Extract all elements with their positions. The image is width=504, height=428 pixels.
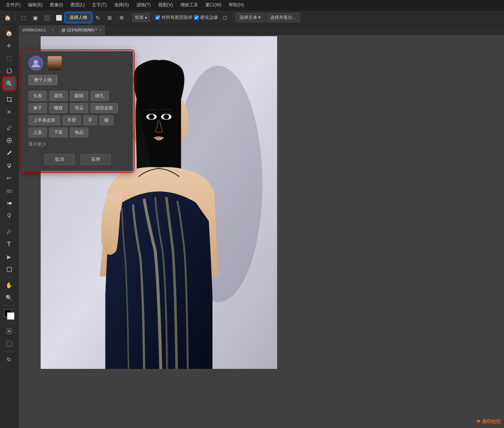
left-tool-zoom[interactable]: 🔍 [3, 292, 15, 304]
left-tool-gradient[interactable] [3, 197, 15, 209]
svg-rect-8 [8, 166, 10, 168]
menubar-item-file[interactable]: 文件(F) [3, 1, 23, 9]
part-lower-clothing[interactable]: 下装 [49, 128, 68, 137]
tab-bar: d458fe2ebc2... × @ 121%(RGB/8#) * × [18, 25, 504, 35]
left-tool-move[interactable]: ✛ [3, 40, 15, 52]
svg-point-2 [8, 82, 9, 84]
gear-button[interactable]: ⚙ [116, 13, 127, 23]
sample-all-layers-group[interactable]: 对所有图层取样 [155, 14, 193, 21]
face-parts-row1: 头发 眉毛 眼睛 瞳孔 [28, 91, 127, 101]
menubar-item-window[interactable]: 窗口(W) [202, 1, 224, 9]
left-tool-pen[interactable] [3, 226, 15, 238]
left-tool-quick-select[interactable] [3, 78, 15, 89]
svg-point-12 [8, 214, 11, 217]
tab-file1[interactable]: d458fe2ebc2... × [18, 25, 58, 35]
part-eyebrow[interactable]: 眉毛 [49, 91, 68, 101]
cancel-button[interactable]: 取消 [44, 154, 75, 165]
menubar-item-help[interactable]: 帮助(H) [226, 1, 247, 9]
select-subject-button[interactable]: 选择主体 ▾ [235, 13, 265, 22]
sample-all-layers-checkbox[interactable] [155, 15, 160, 20]
part-arm[interactable]: 手臂 [62, 115, 81, 125]
left-tool-home[interactable]: 🏠 [3, 27, 15, 39]
color-swatch-area[interactable] [3, 309, 15, 321]
settings-expand-button[interactable]: ⊞ [105, 13, 115, 23]
svg-point-24 [150, 115, 153, 118]
menubar-item-plugins[interactable]: 增效工具 [177, 1, 201, 9]
part-hand[interactable]: 手 [83, 115, 97, 125]
menubar-item-edit[interactable]: 编辑(E) [25, 1, 45, 9]
left-tool-rotate[interactable]: ↻ [3, 354, 15, 366]
svg-line-1 [10, 84, 11, 86]
background-color-swatch[interactable] [7, 312, 14, 320]
part-upper-clothing[interactable]: 上装 [28, 128, 47, 137]
quick-select-button[interactable]: ⬜ [54, 13, 64, 23]
tab-file2[interactable]: @ 121%(RGB/8#) * × [58, 25, 106, 35]
left-tool-eyedropper[interactable] [3, 122, 15, 134]
part-nose[interactable]: 鼻子 [28, 103, 47, 113]
marquee-button[interactable]: ▣ [30, 13, 40, 23]
left-tool-history-brush[interactable]: ↩ [3, 172, 15, 184]
left-tool-hand[interactable]: ✋ [3, 279, 15, 291]
menubar-item-image[interactable]: 图像(I) [47, 1, 66, 9]
left-tool-heal[interactable] [3, 135, 15, 146]
mask-icon-button[interactable]: ⬡ [219, 13, 230, 23]
canvas-area: d458fe2ebc2... × @ 121%(RGB/8#) * × [18, 25, 504, 428]
menubar-item-text[interactable]: 文字(T) [89, 1, 109, 9]
part-leg[interactable]: 腿 [99, 115, 113, 125]
select-person-button[interactable]: 选择人物 [65, 13, 91, 22]
part-upper-body-skin[interactable]: 上半身皮肤 [28, 115, 60, 125]
part-accessories[interactable]: 饰品 [70, 128, 88, 137]
left-tool-shape[interactable] [3, 264, 15, 275]
menubar-item-layer[interactable]: 图层(L) [68, 1, 88, 9]
left-tool-brush[interactable] [3, 147, 15, 159]
harden-edge-checkbox[interactable] [194, 15, 199, 20]
harden-edge-label: 硬化边缘 [200, 14, 218, 21]
part-pupil[interactable]: 瞳孔 [91, 91, 109, 101]
part-lips[interactable]: 嘴唇 [49, 103, 68, 113]
harden-edge-group[interactable]: 硬化边缘 [194, 14, 218, 21]
part-face-skin[interactable]: 面部皮肤 [91, 103, 118, 113]
left-toolbar: 🏠 ✛ ⬚ ✕ ↩ [0, 25, 18, 428]
home-button[interactable]: 🏠 [2, 13, 13, 23]
apply-button[interactable]: 应用 [81, 154, 111, 165]
left-tool-slice[interactable]: ✕ [3, 106, 15, 118]
left-tool-mask-mode[interactable] [3, 325, 15, 337]
face-parts-section: 头发 眉毛 眼睛 瞳孔 鼻子 嘴唇 耳朵 面部皮肤 上半身皮肤 手臂 手 [28, 91, 127, 137]
select-tool-button[interactable]: ⬚ [18, 13, 28, 23]
shape-label: 矩形 [135, 14, 144, 21]
whole-person-button[interactable]: 整个人物 [28, 75, 57, 85]
menubar: 文件(F) 编辑(E) 图像(I) 图层(L) 文字(T) 选择(S) 滤镜(T… [0, 0, 504, 10]
menubar-item-view[interactable]: 视图(V) [155, 1, 176, 9]
shape-dropdown[interactable]: 矩形 ▾ [132, 13, 150, 22]
menubar-item-select[interactable]: 选择(S) [111, 1, 132, 9]
toolbar-divider-1 [15, 14, 16, 21]
left-tool-marquee[interactable]: ⬚ [3, 52, 15, 64]
clothing-row: 上装 下装 饰品 [28, 128, 127, 137]
part-ears[interactable]: 耳朵 [70, 103, 88, 113]
left-tool-lasso[interactable] [3, 65, 15, 77]
left-tool-eraser[interactable] [3, 185, 15, 197]
face-parts-row2: 鼻子 嘴唇 耳朵 面部皮肤 [28, 103, 127, 113]
body-parts-row1: 上半身皮肤 手臂 手 腿 [28, 115, 127, 125]
svg-rect-7 [8, 164, 11, 166]
left-tool-screen-mode[interactable] [3, 338, 15, 350]
avatar-icon [28, 56, 43, 71]
left-tool-dodge[interactable] [3, 210, 15, 222]
menubar-item-filter[interactable]: 滤镜(T) [133, 1, 154, 9]
part-hair[interactable]: 头发 [28, 91, 47, 101]
person-thumbnail[interactable] [48, 56, 62, 70]
left-tool-type[interactable]: T [3, 238, 15, 250]
sample-all-layers-label: 对所有图层取样 [161, 14, 193, 21]
left-tool-path-select[interactable]: ▶ [3, 251, 15, 263]
show-less-link[interactable]: 显示更少 [28, 141, 127, 147]
part-eyes[interactable]: 眼睛 [70, 91, 88, 101]
select-and-mask-button[interactable]: 选择并遮住... [266, 13, 300, 22]
left-toolbar-divider-4 [4, 277, 14, 278]
tab-close-1[interactable]: × [51, 28, 54, 32]
svg-point-27 [165, 115, 168, 118]
lasso-button[interactable]: ⬛ [42, 13, 52, 23]
refresh-button[interactable]: ↻ [93, 13, 103, 23]
left-tool-crop[interactable] [3, 94, 15, 105]
left-tool-stamp[interactable] [3, 160, 15, 171]
tab-close-2[interactable]: × [99, 28, 101, 32]
